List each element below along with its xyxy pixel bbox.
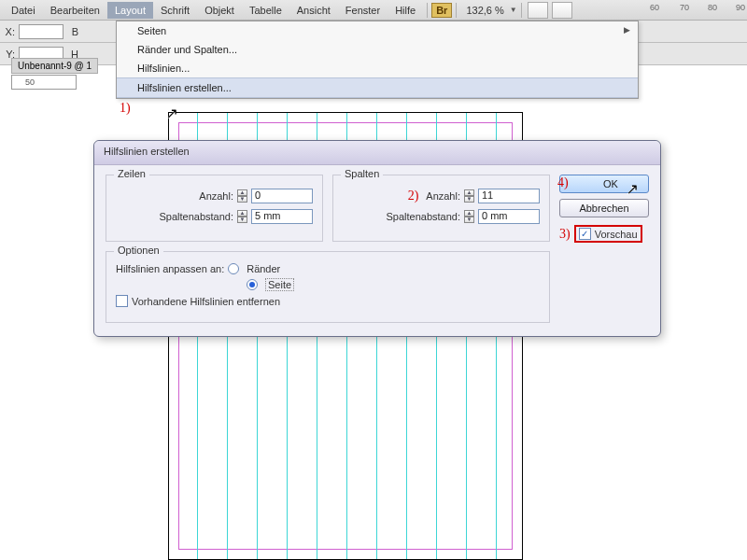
menu-datei[interactable]: Datei xyxy=(4,2,43,19)
cols-gutter-label: Spaltenabstand: xyxy=(386,211,460,222)
annotation-2: 2) xyxy=(408,189,419,203)
rows-legend: Zeilen xyxy=(114,168,149,179)
preview-highlight: ✓ Vorschau xyxy=(574,225,642,243)
menu-fenster[interactable]: Fenster xyxy=(338,2,388,19)
menu-item-raender-spalten[interactable]: Ränder und Spalten... xyxy=(117,40,638,59)
ruler-tick: 80 xyxy=(708,3,717,12)
menu-hilfe[interactable]: Hilfe xyxy=(388,2,423,19)
annotation-1: 1) xyxy=(120,101,131,116)
cols-gutter-input[interactable]: 0 mm xyxy=(478,209,540,224)
dialog-buttons: 4) OK Abbrechen 3) ✓ Vorschau xyxy=(559,175,649,323)
menu-ansicht[interactable]: Ansicht xyxy=(289,2,338,19)
menu-tabelle[interactable]: Tabelle xyxy=(242,2,289,19)
menu-schrift[interactable]: Schrift xyxy=(153,2,197,19)
submenu-arrow-icon: ▶ xyxy=(624,25,630,35)
columns-group: Spalten 2) Anzahl: ▲▼ 11 Spaltenabstand:… xyxy=(332,175,550,242)
menu-layout[interactable]: Layout xyxy=(107,2,153,19)
rows-gutter-spinner[interactable]: ▲▼ xyxy=(237,210,247,223)
cols-count-input[interactable]: 11 xyxy=(478,189,540,203)
fit-margins-label: Ränder xyxy=(247,263,280,274)
options-group: Optionen Hilfslinien anpassen an: Ränder… xyxy=(106,251,550,323)
bridge-button[interactable]: Br xyxy=(431,3,452,18)
cursor-icon xyxy=(166,105,179,121)
menu-item-hilfslinien-erstellen[interactable]: Hilfslinien erstellen... xyxy=(117,77,638,98)
preview-label: Vorschau xyxy=(595,229,638,240)
document-tab[interactable]: Unbenannt-9 @ 1 xyxy=(11,58,98,74)
remove-existing-label: Vorhandene Hilfslinien entfernen xyxy=(132,296,280,307)
menu-item-hilfslinien[interactable]: Hilfslinien... xyxy=(117,59,638,77)
ruler-tick: 70 xyxy=(680,3,689,12)
ruler-segment: 50 xyxy=(11,75,77,90)
menu-item-label: Seiten xyxy=(137,25,166,36)
options-legend: Optionen xyxy=(114,245,163,256)
cols-count-spinner[interactable]: ▲▼ xyxy=(464,189,474,203)
screen-mode-button[interactable] xyxy=(528,2,548,19)
zoom-dropdown-icon[interactable]: ▼ xyxy=(510,6,517,14)
rows-count-label: Anzahl: xyxy=(199,190,233,202)
cols-count-label: Anzahl: xyxy=(426,190,460,202)
rows-gutter-input[interactable]: 5 mm xyxy=(251,209,313,224)
rows-count-input[interactable]: 0 xyxy=(251,189,313,203)
menu-item-seiten[interactable]: Seiten ▶ xyxy=(117,21,638,40)
ruler-tick: 60 xyxy=(650,3,659,12)
dialog-title: Hilfslinien erstellen xyxy=(94,141,660,165)
b-label: B xyxy=(67,26,78,37)
layout-menu-dropdown: Seiten ▶ Ränder und Spalten... Hilfslini… xyxy=(116,21,639,99)
annotation-3: 3) xyxy=(559,227,571,242)
fit-margins-radio[interactable] xyxy=(228,263,239,274)
x-label: X: xyxy=(4,26,15,37)
cancel-button[interactable]: Abbrechen xyxy=(559,199,649,217)
rows-gutter-label: Spaltenabstand: xyxy=(159,211,233,222)
fit-guides-label: Hilfslinien anpassen an: xyxy=(116,263,224,274)
rows-group: Zeilen Anzahl: ▲▼ 0 Spaltenabstand: ▲▼ 5… xyxy=(106,175,323,242)
ruler-tick: 90 xyxy=(736,3,745,12)
arrange-button[interactable] xyxy=(552,2,572,19)
cursor-icon xyxy=(627,180,640,197)
remove-existing-checkbox[interactable] xyxy=(116,295,128,307)
annotation-4: 4) xyxy=(557,175,569,190)
fit-page-radio[interactable] xyxy=(247,279,258,290)
x-field[interactable] xyxy=(19,24,63,39)
cols-gutter-spinner[interactable]: ▲▼ xyxy=(464,210,474,223)
menu-objekt[interactable]: Objekt xyxy=(197,2,242,19)
preview-checkbox[interactable]: ✓ xyxy=(579,228,591,240)
rows-count-spinner[interactable]: ▲▼ xyxy=(237,189,247,203)
zoom-level[interactable]: 132,6 % xyxy=(460,5,509,16)
columns-legend: Spalten xyxy=(341,168,383,179)
create-guides-dialog: Hilfslinien erstellen Zeilen Anzahl: ▲▼ … xyxy=(93,140,661,337)
fit-page-label: Seite xyxy=(265,278,294,291)
menu-bearbeiten[interactable]: Bearbeiten xyxy=(43,2,107,19)
